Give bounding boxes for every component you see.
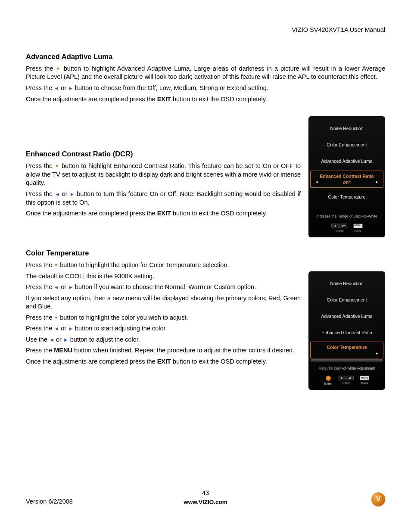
para: Press the ◄ or ► button to start adjusti… — [26, 324, 301, 333]
menu-label: MENU — [54, 347, 72, 354]
text: Once the adjustments are completed press… — [26, 96, 157, 103]
para: Once the adjustments are completed press… — [26, 358, 301, 366]
section-ctemp-row: Color Temperature Press the ▼ button to … — [26, 246, 385, 390]
menu-button-icon: MENU — [360, 376, 369, 380]
para: Press the ◄ or ► button to choose from t… — [26, 84, 385, 93]
left-arrow-icon: ◄ — [54, 284, 59, 290]
text: Press the — [26, 261, 54, 268]
text: button to exit the OSD completely. — [173, 210, 267, 217]
text: Press the — [26, 325, 54, 332]
osd-foot-label: Back — [354, 229, 361, 233]
down-arrow-icon: ▼ — [54, 263, 58, 268]
left-arrow-icon[interactable]: ◄ — [315, 180, 318, 185]
osd-item[interactable]: Color Temperature — [309, 189, 385, 205]
text: Press the — [26, 162, 55, 169]
text: or — [56, 336, 63, 343]
osd-foot-label: Select — [335, 229, 344, 233]
heading-ctemp: Color Temperature — [26, 248, 301, 258]
heading-luma: Advanced Adaptive Luma — [26, 52, 385, 61]
para: The default is COOL; this is the 9300K s… — [26, 272, 301, 281]
down-arrow-icon: ▼ — [56, 66, 61, 71]
page-number: 43 — [184, 489, 227, 498]
text: or — [61, 325, 68, 332]
heading-dcr: Enhanced Contrast Ratio (DCR) — [26, 149, 301, 159]
para: Once the adjustments are completed press… — [26, 95, 385, 104]
right-arrow-icon: ► — [68, 284, 73, 290]
text: or — [61, 283, 68, 290]
text: button to highlight the option for Color… — [60, 261, 229, 268]
osd-item[interactable]: Noise Reduction — [309, 120, 385, 137]
osd-selected-item[interactable]: Color Temperature ► — [310, 342, 383, 358]
section-luma: Advanced Adaptive Luma Press the ▼ butto… — [26, 52, 385, 104]
osd-footer: ◂▸ ▴▾ Select MENU Back — [309, 223, 385, 234]
osd-foot-label: Select — [342, 381, 351, 386]
vizio-logo-icon: V — [371, 492, 385, 506]
down-arrow-icon: ▼ — [55, 164, 59, 168]
text: Once the adjustments are completed press… — [26, 358, 157, 365]
text: Press the — [26, 314, 54, 321]
exit-label: EXIT — [157, 358, 171, 365]
text: button to adjust the color. — [70, 336, 140, 343]
text: button if you want to choose the Normal,… — [75, 283, 256, 290]
para: Press the ▼ button to highlight the opti… — [26, 261, 301, 270]
osd-foot-label: Back — [361, 381, 368, 386]
para: Press the ◄ or ► button if you want to c… — [26, 283, 301, 292]
osd-item[interactable]: Noise Reduction — [309, 275, 385, 292]
exit-label: EXIT — [157, 96, 171, 103]
nav-arrows-icon: ◂▸ — [331, 224, 339, 228]
text: button to highlight Enhanced Contrast Ra… — [26, 162, 301, 186]
text: button to choose from the Off, Low, Medi… — [75, 84, 268, 91]
para: Once the adjustments are completed press… — [26, 209, 301, 218]
page-footer: Version 6/2/2008 43 www.VIZIO.com V — [26, 492, 385, 506]
text: button to start adjusting the color. — [75, 325, 167, 332]
osd-item[interactable]: Advanced Adaptive Luma — [309, 153, 385, 169]
para: Press the ▼ button to highlight Advanced… — [26, 65, 385, 81]
para: Press the ▼ button to highlight the colo… — [26, 314, 301, 322]
osd-hint: Menu for color-of-white Adjustment — [309, 362, 385, 374]
text: button to exit the OSD completely. — [173, 358, 267, 365]
nav-arrows-icon: ◂▸ — [338, 376, 346, 380]
osd-panel-ctemp: Noise Reduction Color Enhancement Advanc… — [308, 271, 385, 390]
nav-arrows-icon: ▴▾ — [346, 376, 354, 380]
para: If you select any option, then a new men… — [26, 294, 301, 311]
osd-selected-title: Color Temperature — [327, 344, 367, 350]
para: Press the ▼ button to highlight Enhanced… — [26, 162, 301, 187]
left-arrow-icon: ◄ — [54, 85, 59, 91]
osd-item[interactable]: Color Enhancement — [309, 292, 385, 308]
text: Press the — [26, 347, 54, 354]
para: Use the ◄ or ► button to adjust the colo… — [26, 336, 301, 344]
right-arrow-icon: ► — [68, 326, 73, 332]
right-arrow-icon[interactable]: ► — [375, 180, 379, 185]
right-arrow-icon: ► — [63, 337, 68, 343]
osd-footer: Enter ◂▸ ▴▾ Select MENU Back — [309, 375, 385, 387]
osd-item[interactable]: Enhanced Contrast Ratio — [309, 324, 385, 341]
osd-selected-value: OFF — [343, 180, 351, 185]
osd-selected-title: Enhanced Contrast Ratio — [320, 173, 374, 179]
right-arrow-icon: ► — [68, 85, 73, 91]
text: Once the adjustments are completed press… — [26, 210, 157, 217]
text: Press the — [26, 65, 56, 72]
footer-site: www.VIZIO.com — [184, 498, 227, 506]
left-arrow-icon: ◄ — [54, 326, 59, 332]
osd-selected-item[interactable]: Enhanced Contrast Ratio ◄ OFF ► — [310, 171, 383, 188]
text: button to highlight Advanced Adaptive Lu… — [26, 65, 385, 81]
right-arrow-icon: ► — [69, 191, 75, 197]
text: or — [62, 190, 70, 197]
left-arrow-icon: ◄ — [55, 191, 60, 197]
osd-item[interactable]: Color Enhancement — [309, 137, 385, 153]
section-dcr: Enhanced Contrast Ratio (DCR) Press the … — [26, 146, 301, 221]
down-arrow-icon: ▼ — [54, 315, 58, 320]
text: Use the — [26, 336, 49, 343]
section-ctemp: Color Temperature Press the ▼ button to … — [26, 246, 301, 369]
text: Press the — [26, 190, 55, 197]
text: button to exit the OSD completely. — [173, 96, 267, 103]
text: button when finished. Repeat the procedu… — [74, 347, 294, 354]
osd-item[interactable]: Advanced Adaptive Luma — [309, 308, 385, 324]
para: Press the ◄ or ► button to turn this fea… — [26, 190, 301, 207]
right-arrow-icon[interactable]: ► — [375, 352, 379, 356]
text: Press the — [26, 283, 54, 290]
para: Press the MENU button when finished. Rep… — [26, 346, 301, 355]
footer-version: Version 6/2/2008 — [26, 498, 73, 506]
nav-arrows-icon: ▴▾ — [339, 224, 347, 228]
section-dcr-row: Enhanced Contrast Ratio (DCR) Press the … — [26, 146, 385, 238]
